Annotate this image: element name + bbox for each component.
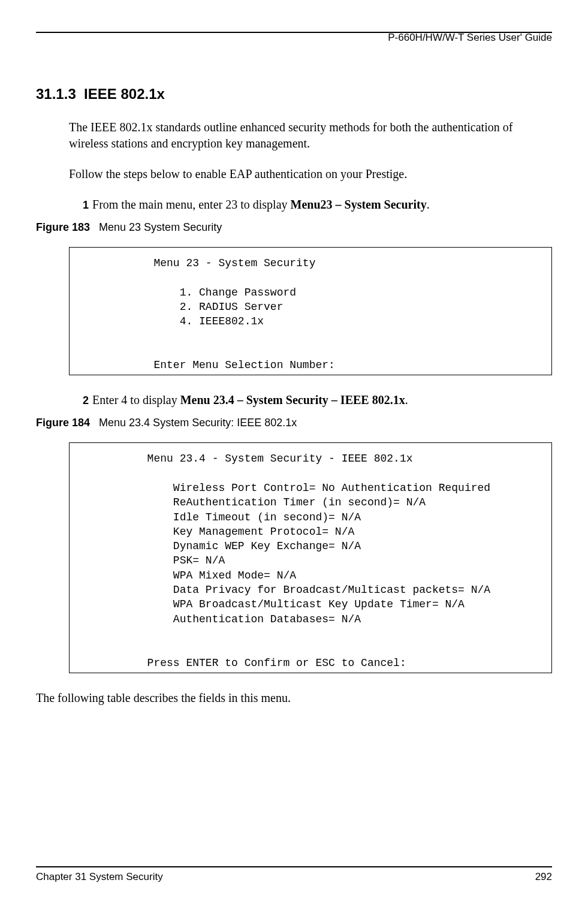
step-suffix: .	[427, 198, 430, 211]
step-2: 2Enter 4 to display Menu 23.4 – System S…	[83, 392, 552, 408]
figure-184-caption: Figure 184 Menu 23.4 System Security: IE…	[36, 417, 552, 429]
section-number: 31.1.3	[36, 86, 76, 102]
paragraph-follow: Follow the steps below to enable EAP aut…	[69, 166, 552, 182]
step-bold: Menu23 – System Security	[291, 198, 427, 211]
page-header: P-660H/HW/W-T Series User' Guide	[36, 32, 552, 56]
figure-title: Menu 23.4 System Security: IEEE 802.1x	[99, 417, 297, 429]
footer-page-number: 292	[535, 871, 552, 883]
paragraph-closing: The following table describes the fields…	[36, 690, 552, 706]
step-suffix: .	[405, 393, 408, 406]
step-1: 1From the main menu, enter 23 to display…	[83, 197, 552, 213]
page-footer: Chapter 31 System Security 292	[36, 866, 552, 883]
step-bold: Menu 23.4 – System Security – IEEE 802.1…	[180, 393, 405, 406]
menu-234-box: Menu 23.4 - System Security - IEEE 802.1…	[69, 442, 552, 673]
footer-rule	[36, 866, 552, 867]
guide-title: P-660H/HW/W-T Series User' Guide	[388, 32, 552, 44]
menu-23-box: Menu 23 - System Security 1. Change Pass…	[69, 247, 552, 375]
step-text: Enter 4 to display	[92, 393, 180, 406]
figure-label: Figure 184	[36, 417, 90, 429]
section-heading: 31.1.3 IEEE 802.1x	[36, 86, 552, 103]
step-number: 2	[83, 394, 89, 406]
figure-label: Figure 183	[36, 221, 90, 233]
figure-title: Menu 23 System Security	[99, 221, 222, 233]
step-number: 1	[83, 199, 89, 211]
step-text: From the main menu, enter 23 to display	[92, 198, 291, 211]
paragraph-intro: The IEEE 802.1x standards outline enhanc…	[69, 119, 552, 152]
figure-183-caption: Figure 183 Menu 23 System Security	[36, 221, 552, 234]
footer-chapter: Chapter 31 System Security	[36, 871, 163, 883]
section-title: IEEE 802.1x	[84, 86, 165, 102]
